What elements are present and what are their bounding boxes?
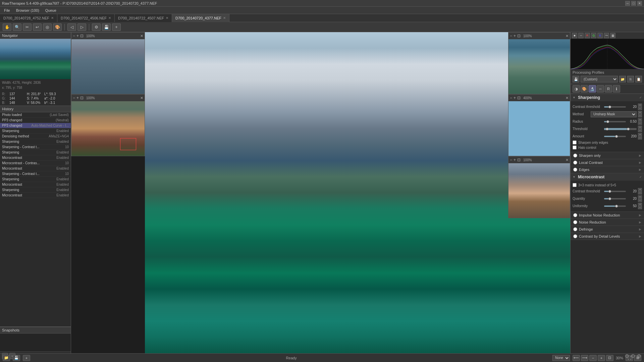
proc-load-btn[interactable]: 📁 [619,76,626,82]
hist-btn3[interactable]: R [585,33,590,38]
tool-detail[interactable]: 🔬 [589,85,596,93]
defringe-header[interactable]: Defringe ▶ [571,226,644,233]
history-item[interactable]: Sharpening Enabled [0,150,71,155]
zoom-out-tl[interactable]: − [73,34,75,38]
close-button[interactable]: ✕ [637,1,642,6]
menu-queue[interactable]: Queue [43,8,59,13]
radius-slider[interactable] [604,121,626,122]
quantity-slider[interactable] [604,198,626,199]
proc-copy-btn[interactable]: ⎘ [627,76,634,82]
menu-browser[interactable]: Browser (100) [13,8,42,13]
sharpening-header[interactable]: ▼ Sharpening ✓ [571,94,644,101]
toolbar-queue-add[interactable]: + [112,23,121,31]
tab-file3[interactable]: D700_20140722_4507.NEF ✕ [115,14,172,22]
toolbar-wb-tool[interactable]: ◎ [43,23,52,31]
hist-btn5[interactable]: B [597,33,603,38]
tab-file1[interactable]: D700_20140728_4752.NEF ✕ [0,14,57,22]
amount-plus[interactable]: + [638,133,642,136]
noise-reduction-radio[interactable] [573,220,577,224]
ct-plus[interactable]: + [638,104,642,107]
minimize-button[interactable]: ─ [625,1,630,6]
toolbar-preview-before[interactable]: ◁ [67,23,76,31]
history-item[interactable]: Microcontrast - Contras... 10 [0,161,71,166]
local-contrast-header[interactable]: Local Contrast ▶ [571,159,644,166]
contrast-detail-header[interactable]: Contrast by Detail Levels ▶ [571,233,644,240]
hist-btn1[interactable]: ■ [572,33,577,38]
mc-ct-minus[interactable]: − [638,191,642,194]
threshold-minus[interactable]: − [638,129,642,132]
tab-close-file1[interactable]: ✕ [51,16,54,20]
status-btn-queue[interactable]: + [23,355,30,361]
method-minus[interactable]: − [638,114,642,117]
history-item[interactable]: Photo loaded (Last Saved) [0,112,71,118]
impulse-noise-header[interactable]: Impulse Noise Reduction ▶ [571,212,644,219]
contrast-detail-radio[interactable] [573,234,577,238]
proc-save-btn[interactable]: 💾 [573,76,579,82]
halo-control-checkbox[interactable] [573,145,577,149]
uniformity-plus[interactable]: + [638,203,642,206]
history-item[interactable]: Microcontrast Enabled [0,166,71,171]
quantity-minus[interactable]: − [638,199,642,202]
radius-plus[interactable]: + [638,118,642,121]
toolbar-crop-tool[interactable]: ✂ [23,23,32,31]
uniformity-slider[interactable] [604,205,626,207]
tool-raw[interactable]: R [605,85,612,93]
ct-minus[interactable]: − [638,107,642,110]
mc-ct-plus[interactable]: + [638,188,642,191]
zoom-fit-br[interactable]: ⊡ [517,158,521,162]
toolbar-zoom-tool[interactable]: 🔍 [13,23,21,31]
history-item[interactable]: Sharpening - Contrast t... 10 [0,171,71,177]
zoom-fit-tl[interactable]: ⊡ [80,34,84,38]
tool-meta[interactable]: ℹ [613,85,620,93]
preview-close-br[interactable]: ✕ [566,158,569,162]
tool-exposure[interactable]: ◑ [573,85,580,93]
preview-close-mr[interactable]: ✕ [566,96,569,100]
toolbar-rotate-tool[interactable]: ↩ [33,23,42,31]
method-select[interactable]: Unsharp Mask [591,111,637,117]
hist-btn-wave[interactable]: 〜 [604,33,609,38]
history-item[interactable]: Sharpening Enabled [0,128,71,134]
status-zoom-out[interactable]: − [589,355,597,361]
uniformity-minus[interactable]: − [638,206,642,209]
toolbar-hand-tool[interactable]: ✋ [3,23,11,31]
zoom-in-ml[interactable]: + [76,96,79,100]
status-zoom-in[interactable]: + [598,355,605,361]
zoom-out-tr[interactable]: − [510,34,512,38]
tool-color[interactable]: 🎨 [581,85,588,93]
preview-close-tr[interactable]: ✕ [566,34,569,38]
edges-header[interactable]: Edges ▶ [571,166,644,173]
preview-close-tl[interactable]: ✕ [140,34,143,38]
zoom-in-br[interactable]: + [514,158,516,162]
radius-minus[interactable]: − [638,122,642,125]
zoom-fit-mr[interactable]: ⊡ [517,96,521,100]
impulse-noise-radio[interactable] [573,213,577,217]
tab-close-file4[interactable]: ✕ [223,16,226,20]
threshold-slider[interactable] [604,128,637,130]
zoom-out-mr[interactable]: − [510,96,512,100]
sharpen-only-header[interactable]: Sharpen only ▶ [571,152,644,159]
threshold-plus[interactable]: + [638,126,642,129]
history-item[interactable]: Sharpening - Contrast t... 10 [0,144,71,150]
zoom-fit-ml[interactable]: ⊡ [80,96,84,100]
amount-minus[interactable]: − [638,136,642,139]
mc-ct-slider[interactable] [604,191,626,192]
microcontrast-header[interactable]: ▼ Microcontrast ✓ [571,173,644,181]
quantity-plus[interactable]: + [638,195,642,198]
toolbar-save[interactable]: 💾 [102,23,111,31]
toolbar-color-tool[interactable]: 🎨 [53,23,62,31]
maximize-button[interactable]: □ [631,1,636,6]
zoom-in-mr[interactable]: + [514,96,516,100]
contrast-threshold-slider[interactable] [604,106,626,108]
local-contrast-radio[interactable] [573,161,577,165]
status-zoom-arrows1[interactable]: ⟵ [573,355,580,361]
proc-profile-select[interactable]: (Custom) [581,76,618,82]
tab-close-file3[interactable]: ✕ [166,16,168,20]
method-plus[interactable]: + [638,111,642,114]
history-item[interactable]: Sharpening Enabled [0,177,71,182]
history-item[interactable]: Microcontrast Enabled [0,155,71,161]
zoom-out-br[interactable]: − [510,158,512,162]
defringe-radio[interactable] [573,227,577,231]
proc-paste-btn[interactable]: 📋 [635,76,642,82]
history-item[interactable]: Denoising method AMaZE+NG4 [0,134,71,139]
status-zoom-fit[interactable]: ⊡ [606,355,613,361]
